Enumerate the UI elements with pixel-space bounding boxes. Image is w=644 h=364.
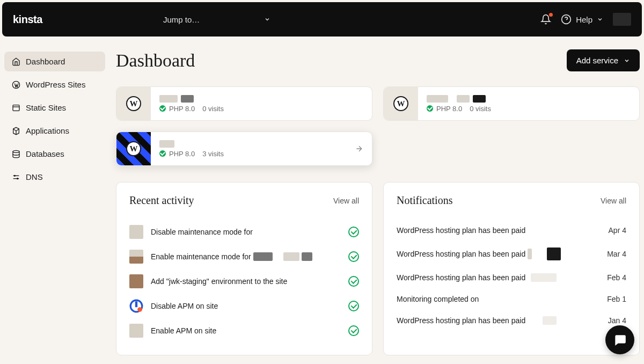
logo: kinsta <box>13 13 163 26</box>
sidebar-item-label: WordPress Sites <box>26 80 85 89</box>
apm-icon <box>129 299 143 313</box>
chevron-down-icon <box>597 16 603 23</box>
activity-item[interactable]: Disable APM on site <box>129 294 359 318</box>
activity-thumb-icon <box>129 225 143 239</box>
visits-count: 0 visits <box>202 105 224 113</box>
svg-point-5 <box>13 150 19 152</box>
chat-bubble-icon <box>613 333 627 347</box>
notification-date: Feb 4 <box>607 273 626 282</box>
activity-item[interactable]: Disable maintenance mode for <box>129 220 359 244</box>
notification-text: WordPress hosting plan has been paid <box>397 273 525 282</box>
sidebar-item-label: Dashboard <box>26 57 65 66</box>
view-all-link[interactable]: View all <box>601 196 626 205</box>
activity-thumb-icon <box>129 274 143 288</box>
notification-text: WordPress hosting plan has been paid <box>397 250 525 258</box>
sites-grid: W PHP 8.0 0 visits W PHP 8.0 0 visits <box>116 86 644 166</box>
activity-thumb-icon <box>129 250 143 264</box>
activity-text: Disable APM on site <box>151 302 218 310</box>
jump-to-label: Jump to… <box>163 15 200 24</box>
site-thumbnail: W <box>116 132 151 166</box>
wordpress-icon <box>12 81 20 89</box>
php-version: PHP 8.0 <box>169 105 195 113</box>
svg-point-13 <box>137 307 142 312</box>
notification-text: WordPress hosting plan has been paid <box>397 316 525 325</box>
svg-point-9 <box>17 178 18 179</box>
svg-rect-12 <box>135 301 137 307</box>
activity-item[interactable]: Enable APM on site <box>129 318 359 343</box>
notification-item[interactable]: WordPress hosting plan has been paid Jan… <box>397 310 626 331</box>
success-check-icon <box>348 325 359 336</box>
panels-row: Recent activity View all Disable mainten… <box>116 182 644 355</box>
add-service-button[interactable]: Add service <box>567 49 640 71</box>
success-check-icon <box>348 301 359 311</box>
notification-text: WordPress hosting plan has been paid <box>397 226 525 235</box>
applications-icon <box>12 127 20 135</box>
recent-activity-panel: Recent activity View all Disable mainten… <box>116 182 372 355</box>
notification-item[interactable]: WordPress hosting plan has been paid Mar… <box>397 241 626 267</box>
activity-text: Disable maintenance mode for <box>151 228 253 236</box>
wordpress-icon: W <box>126 141 141 156</box>
notification-item[interactable]: Monitoring completed on Feb 1 <box>397 288 626 310</box>
svg-rect-3 <box>13 105 19 111</box>
activity-text: Add "jwk-staging" environment to the sit… <box>151 277 287 286</box>
notifications-bell-button[interactable] <box>540 14 551 25</box>
notification-item[interactable]: WordPress hosting plan has been paid Feb… <box>397 267 626 288</box>
add-service-label: Add service <box>576 56 618 65</box>
sidebar-item-label: Static Sites <box>26 103 66 112</box>
sidebar-item-label: Applications <box>26 126 69 135</box>
activity-text: Enable maintenance mode for <box>151 252 251 261</box>
view-all-link[interactable]: View all <box>333 196 359 205</box>
status-ok-icon <box>159 105 166 112</box>
chat-help-button[interactable] <box>605 325 634 354</box>
activity-item[interactable]: Add "jwk-staging" environment to the sit… <box>129 269 359 294</box>
sidebar-item-wordpress-sites[interactable]: WordPress Sites <box>4 75 105 94</box>
chevron-down-icon <box>624 57 630 64</box>
browser-icon <box>12 104 20 112</box>
success-check-icon <box>348 251 359 262</box>
activity-item[interactable]: Enable maintenance mode for <box>129 244 359 269</box>
header-right: Help <box>540 13 631 26</box>
wordpress-icon: W <box>126 96 141 111</box>
visits-count: 3 visits <box>202 150 224 158</box>
notification-date: Mar 4 <box>607 250 626 258</box>
page-header: Dashboard Add service <box>116 49 644 71</box>
notifications-panel: Notifications View all WordPress hosting… <box>383 182 640 355</box>
notification-date: Feb 1 <box>607 295 626 303</box>
notification-date: Apr 4 <box>609 226 626 235</box>
page-title: Dashboard <box>116 50 195 71</box>
success-check-icon <box>348 227 359 237</box>
status-ok-icon <box>427 105 433 112</box>
sidebar-item-dns[interactable]: DNS <box>4 167 105 187</box>
account-avatar[interactable] <box>613 13 631 26</box>
top-header: kinsta Jump to… Help <box>2 2 642 37</box>
php-version: PHP 8.0 <box>436 105 462 113</box>
home-icon <box>12 57 20 66</box>
site-card[interactable]: W PHP 8.0 3 visits <box>116 132 372 166</box>
chevron-down-icon <box>264 16 270 23</box>
site-thumbnail: W <box>116 86 151 121</box>
help-dropdown[interactable]: Help <box>561 14 603 25</box>
php-version: PHP 8.0 <box>169 150 195 158</box>
notification-item[interactable]: WordPress hosting plan has been paid Apr… <box>397 220 626 241</box>
sidebar-item-applications[interactable]: Applications <box>4 121 105 141</box>
main-content: Dashboard Add service W PHP 8.0 0 visits <box>109 39 644 364</box>
database-icon <box>12 150 20 158</box>
activity-text: Enable APM on site <box>151 326 216 335</box>
status-ok-icon <box>159 150 166 157</box>
site-card[interactable]: W PHP 8.0 0 visits <box>116 86 372 121</box>
help-label: Help <box>576 15 592 24</box>
activity-thumb-icon <box>129 324 143 338</box>
sidebar-item-label: DNS <box>26 172 43 181</box>
sidebar-item-dashboard[interactable]: Dashboard <box>4 52 105 71</box>
site-card[interactable]: W PHP 8.0 0 visits <box>383 86 640 121</box>
visits-count: 0 visits <box>470 105 491 113</box>
jump-to-dropdown[interactable]: Jump to… <box>163 15 270 24</box>
success-check-icon <box>348 276 359 287</box>
dns-icon <box>12 173 20 181</box>
sidebar-item-databases[interactable]: Databases <box>4 144 105 164</box>
wordpress-icon: W <box>393 96 408 111</box>
sidebar: Dashboard WordPress Sites Static Sites A… <box>0 39 109 364</box>
panel-title: Notifications <box>397 194 452 207</box>
svg-point-8 <box>14 175 15 176</box>
sidebar-item-static-sites[interactable]: Static Sites <box>4 98 105 118</box>
